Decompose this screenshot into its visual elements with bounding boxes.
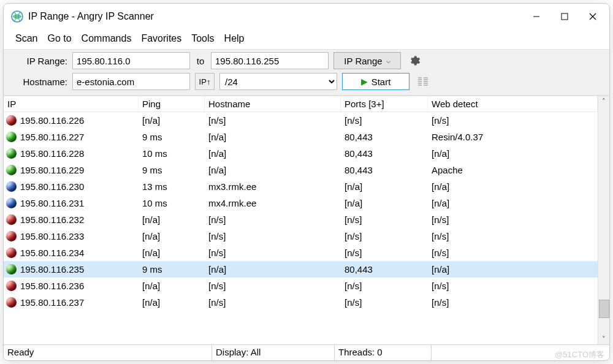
to-label: to [195, 56, 206, 66]
iprange-label: IP Range: [10, 56, 67, 66]
cell-ports: 80,443 [341, 129, 428, 145]
minimize-button[interactable] [522, 7, 550, 26]
menu-goto[interactable]: Go to [43, 32, 75, 45]
cell-webdetect: Resin/4.0.37 [428, 129, 598, 145]
table-row[interactable]: 195.80.116.2299 ms[n/a]80,443Apache [4, 162, 598, 178]
cell-webdetect: [n/a] [428, 145, 598, 162]
cell-hostname: [n/s] [205, 294, 341, 311]
menu-scan[interactable]: Scan [11, 32, 42, 45]
table-row[interactable]: 195.80.116.237[n/a][n/s][n/s][n/s] [4, 294, 598, 311]
cell-webdetect: [n/s] [428, 112, 598, 129]
cell-ports: [n/s] [341, 294, 428, 311]
cell-ip: 195.80.116.235 [20, 264, 84, 275]
table-row[interactable]: 195.80.116.234[n/a][n/s][n/s][n/s] [4, 245, 598, 261]
scrollbar[interactable]: ˄ ˅ [598, 96, 609, 344]
app-icon [11, 10, 23, 23]
cell-webdetect: [n/s] [428, 294, 598, 311]
cell-hostname: [n/a] [205, 145, 341, 162]
status-empty [432, 345, 609, 360]
status-dot-icon [6, 165, 17, 175]
gear-icon[interactable] [406, 52, 423, 69]
cell-hostname: mx3.rmk.ee [205, 178, 341, 195]
cell-ip: 195.80.116.231 [20, 198, 84, 208]
table-row[interactable]: 195.80.116.2279 ms[n/a]80,443Resin/4.0.3… [4, 129, 598, 145]
start-label: Start [371, 77, 391, 87]
menu-tools[interactable]: Tools [187, 32, 218, 45]
cell-ports: [n/s] [341, 228, 428, 245]
cell-ping: [n/a] [139, 112, 205, 129]
table-row[interactable]: 195.80.116.226[n/a][n/s][n/s][n/s] [4, 112, 598, 129]
table-row[interactable]: 195.80.116.2359 ms[n/a]80,443[n/a] [4, 261, 598, 278]
col-hostname[interactable]: Hostname [205, 96, 341, 112]
netmask-select[interactable]: /24 [219, 73, 337, 90]
cell-ip: 195.80.116.226 [20, 115, 84, 126]
col-ping[interactable]: Ping [139, 96, 205, 112]
menu-help[interactable]: Help [220, 32, 249, 45]
cell-webdetect: [n/a] [428, 178, 598, 195]
maximize-button[interactable] [550, 7, 579, 26]
svg-rect-2 [562, 13, 568, 20]
cell-ping: [n/a] [139, 245, 205, 261]
cell-ports: [n/s] [341, 278, 428, 294]
status-dot-icon [6, 281, 17, 291]
status-dot-icon [6, 231, 17, 241]
results-table: IP Ping Hostname Ports [3+] Web detect 1… [4, 96, 598, 344]
cell-ping: 9 ms [139, 129, 205, 145]
table-row[interactable]: 195.80.116.232[n/a][n/s][n/s][n/s] [4, 211, 598, 228]
cell-ip: 195.80.116.229 [20, 165, 84, 175]
status-dot-icon [6, 132, 17, 142]
columns-icon[interactable] [414, 73, 432, 90]
status-display: Display: All [212, 345, 335, 360]
col-ip[interactable]: IP [4, 96, 139, 112]
cell-ping: 9 ms [139, 261, 205, 278]
cell-ping: [n/a] [139, 278, 205, 294]
start-button[interactable]: ▶ Start [342, 73, 409, 90]
table-row[interactable]: 195.80.116.236[n/a][n/s][n/s][n/s] [4, 278, 598, 294]
table-row[interactable]: 195.80.116.23110 msmx4.rmk.ee[n/a][n/a] [4, 195, 598, 211]
cell-ip: 195.80.116.232 [20, 214, 84, 225]
status-dot-icon [6, 148, 17, 159]
scroll-up-icon[interactable]: ˄ [602, 97, 606, 105]
table-row[interactable]: 195.80.116.233[n/a][n/s][n/s][n/s] [4, 228, 598, 245]
menu-favorites[interactable]: Favorites [137, 32, 186, 45]
col-webdetect[interactable]: Web detect [428, 96, 598, 112]
table-row[interactable]: 195.80.116.22810 ms[n/a]80,443[n/a] [4, 145, 598, 162]
status-dot-icon [6, 248, 17, 258]
ip-to-input[interactable] [211, 52, 329, 69]
status-dot-icon [6, 198, 17, 208]
cell-webdetect: [n/s] [428, 278, 598, 294]
cell-ip: 195.80.116.237 [20, 297, 84, 308]
ip-from-input[interactable] [72, 52, 190, 69]
app-window: IP Range - Angry IP Scanner Scan Go to C… [3, 3, 610, 361]
cell-ports: [n/s] [341, 211, 428, 228]
cell-ports: [n/s] [341, 112, 428, 129]
cell-ip: 195.80.116.228 [20, 148, 84, 159]
cell-ports: 80,443 [341, 162, 428, 178]
scroll-down-icon[interactable]: ˅ [602, 335, 606, 343]
cell-webdetect: [n/a] [428, 195, 598, 211]
status-dot-icon [6, 214, 17, 225]
menu-commands[interactable]: Commands [77, 32, 136, 45]
cell-ip: 195.80.116.227 [20, 132, 84, 142]
cell-ports: 80,443 [341, 261, 428, 278]
window-title: IP Range - Angry IP Scanner [28, 11, 154, 22]
col-ports[interactable]: Ports [3+] [341, 96, 428, 112]
cell-ping: 9 ms [139, 162, 205, 178]
cell-hostname: mx4.rmk.ee [205, 195, 341, 211]
ip-lookup-button[interactable]: IP↑ [195, 73, 215, 90]
cell-ip: 195.80.116.234 [20, 248, 84, 258]
scrollbar-thumb[interactable] [599, 300, 609, 318]
play-icon: ▶ [361, 77, 368, 86]
cell-hostname: [n/s] [205, 278, 341, 294]
feeder-select[interactable]: IP Range ⌵ [333, 52, 401, 69]
hostname-input[interactable] [72, 73, 190, 90]
cell-webdetect: [n/a] [428, 261, 598, 278]
status-dot-icon [6, 115, 17, 126]
cell-ports: 80,443 [341, 145, 428, 162]
close-button[interactable] [579, 7, 607, 26]
table-row[interactable]: 195.80.116.23013 msmx3.rmk.ee[n/a][n/a] [4, 178, 598, 195]
cell-hostname: [n/a] [205, 129, 341, 145]
hostname-label: Hostname: [10, 77, 67, 87]
status-threads: Threads: 0 [335, 345, 432, 360]
chevron-down-icon: ⌵ [386, 56, 390, 65]
